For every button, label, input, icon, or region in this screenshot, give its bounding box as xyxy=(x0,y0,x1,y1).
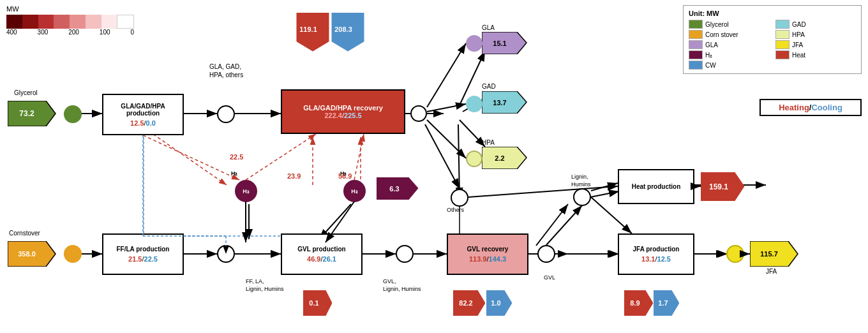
svg-line-77 xyxy=(546,205,582,245)
gvl-rec-vals: 113.9/144.3 xyxy=(469,255,506,263)
scale-300: 300 xyxy=(38,29,49,36)
jfa-circle xyxy=(726,245,744,263)
gvl-rec-box: GVL recovery 113.9/144.3 xyxy=(447,233,528,275)
svg-line-84 xyxy=(354,134,364,180)
heat-output-pent: 159.1 xyxy=(701,172,745,202)
rec-output-circle xyxy=(410,105,427,122)
cornstover-pentagon-svg: 358.0 xyxy=(8,241,59,267)
svg-text:13.7: 13.7 xyxy=(493,99,506,107)
gvl-rec-cool-pent: 1.0 xyxy=(486,290,512,317)
gvl-rec-label: GVL recovery xyxy=(467,246,509,253)
svg-text:115.7: 115.7 xyxy=(760,250,778,258)
gvl-label: GVL,Lignin, Humins xyxy=(383,278,421,293)
gvl-prod-heat-pent: 0.1 xyxy=(303,290,332,317)
svg-line-9 xyxy=(458,124,460,198)
hpa-color xyxy=(775,30,789,39)
jfa-label: JFA xyxy=(792,41,803,48)
heat-label: Heat xyxy=(792,52,805,59)
jfa-heat-pent: 8.9 xyxy=(624,290,653,317)
legend-box: Unit: MW Glycerol GAD Corn stover HPA GL… xyxy=(683,5,862,74)
lignin-circle xyxy=(573,188,591,206)
cornstover-label: Corn stover xyxy=(705,31,738,38)
svg-text:8.9: 8.9 xyxy=(630,299,640,307)
svg-text:1.0: 1.0 xyxy=(491,299,500,307)
glycerol-pentagon: 73.2 xyxy=(8,101,59,128)
jfa-prod-label: JFA production xyxy=(633,246,680,253)
legend-hpa: HPA xyxy=(775,30,856,39)
cw-label: CW xyxy=(705,62,716,69)
glycerol-pentagon-svg: 73.2 xyxy=(8,101,59,126)
h2-label1: H₂ xyxy=(231,170,238,177)
gad-circle xyxy=(466,96,483,112)
scale-400: 400 xyxy=(6,29,17,36)
hpa-circle xyxy=(466,151,483,167)
jfa-heat-pent-svg: 8.9 xyxy=(624,290,653,316)
others-label: Others xyxy=(447,207,464,213)
jfa-output-pent: 115.7 xyxy=(750,241,801,268)
legend-cornstover: Corn stover xyxy=(689,30,769,39)
ff-la-cool: 22.5 xyxy=(144,255,158,263)
h2-color xyxy=(689,50,703,59)
gvl-label2: GVL xyxy=(544,274,555,281)
heating-cooling-box: Heating/Cooling xyxy=(760,99,862,116)
gvl-rec-circle-out xyxy=(537,245,555,263)
gla-gad-hpa-prod-vals: 12.5/0.0 xyxy=(130,119,156,127)
svg-text:208.3: 208.3 xyxy=(334,26,352,33)
scale-100: 100 xyxy=(100,29,110,36)
h2-pentagon-6-svg: 6.3 xyxy=(377,177,421,200)
gla-label: GLA xyxy=(705,41,718,48)
gla-color xyxy=(689,40,703,49)
jfa-output-pent-svg: 115.7 xyxy=(750,241,801,267)
cw-color xyxy=(689,61,703,70)
ff-la-prod-label: FF/LA production xyxy=(117,246,170,253)
svg-text:159.1: 159.1 xyxy=(709,182,728,191)
heat-color xyxy=(775,50,789,59)
legend-jfa: JFA xyxy=(775,40,856,49)
cornstover-circle xyxy=(64,245,82,263)
svg-text:15.1: 15.1 xyxy=(493,40,506,47)
svg-text:1.7: 1.7 xyxy=(658,299,668,307)
cooling-label: Cooling xyxy=(811,103,842,112)
gla-output-label: GLA xyxy=(482,24,495,31)
gvl-prod-circle xyxy=(396,245,414,263)
others-circle xyxy=(451,189,468,207)
svg-line-83 xyxy=(246,134,316,180)
h2-flow-22: 22.5 xyxy=(230,153,243,161)
gvl-prod-cool: 26.1 xyxy=(323,255,336,263)
scale-200: 200 xyxy=(68,29,79,36)
svg-line-17 xyxy=(536,204,568,246)
glycerol-circle xyxy=(64,105,82,123)
gvl-rec-heat-pent-svg: 82.2 xyxy=(453,290,485,316)
gad-color xyxy=(775,20,789,29)
legend-grid: Glycerol GAD Corn stover HPA GLA JFA xyxy=(689,20,856,70)
gla-gad-rec-heat: 222.4 xyxy=(324,112,342,119)
legend-glycerol: Glycerol xyxy=(689,20,769,29)
hpa-pentagon-svg: 2.2 xyxy=(482,147,533,169)
cw-input-label: 208.3 xyxy=(326,13,370,56)
legend-gla: GLA xyxy=(689,40,769,49)
gla-gad-hpa-prod-box: GLA/GAD/HPA production 12.5/0.0 xyxy=(102,94,184,135)
jfa-color xyxy=(775,40,789,49)
heat-output-pent-svg: 159.1 xyxy=(701,172,745,201)
svg-text:0.1: 0.1 xyxy=(309,299,318,307)
heating-label: Heating xyxy=(779,103,809,112)
svg-line-8 xyxy=(460,120,485,147)
heat-prod-label: Heat production xyxy=(632,183,681,190)
jfa-output-label: JFA xyxy=(766,268,777,275)
color-scale: MW 400 300 200 100 0 xyxy=(6,5,134,36)
heat-prod-box: Heat production xyxy=(618,169,694,204)
gvl-prod-vals: 46.9/26.1 xyxy=(307,255,336,263)
glycerol-color xyxy=(689,20,703,29)
gla-pentagon-svg: 15.1 xyxy=(482,32,533,54)
gla-output-shape: 15.1 xyxy=(482,32,533,56)
legend-heat: Heat xyxy=(775,50,856,59)
scale-0: 0 xyxy=(130,29,134,36)
jfa-cool-pent-svg: 1.7 xyxy=(654,290,679,316)
gla-circle xyxy=(466,35,483,52)
hpa-output-shape: 2.2 xyxy=(482,147,533,170)
gla-gad-hpa-rec-box: GLA/GAD/HPA recovery 222.4/225.5 xyxy=(281,89,405,134)
ff-la-prod-box: FF/LA production 21.5/22.5 xyxy=(102,233,184,275)
mw-label: MW xyxy=(6,5,134,13)
h2-pentagon-6: 6.3 xyxy=(377,177,421,201)
connector-circle-top xyxy=(217,105,235,123)
